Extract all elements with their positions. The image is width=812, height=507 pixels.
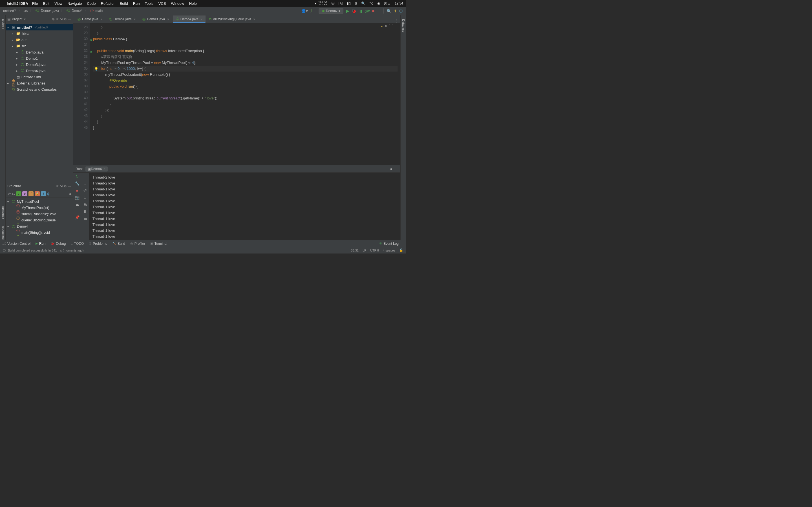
tree-item[interactable]: ▸�⿻External Libraries	[6, 80, 73, 86]
close-icon[interactable]: ×	[134, 17, 136, 21]
sort-alpha-icon[interactable]: ↓ᵃ	[7, 191, 11, 196]
wifi-icon[interactable]: ⧉	[355, 1, 357, 5]
profile-button[interactable]: ◷▾	[364, 9, 370, 13]
dump-threads-icon[interactable]: 📷	[75, 195, 80, 200]
editor-tab[interactable]: ⒸDemo1.java×	[106, 15, 139, 23]
run-config-icon[interactable]: 🔧	[75, 181, 80, 186]
select-opened-icon[interactable]: ⊕	[52, 17, 55, 21]
indent-info[interactable]: 4 spaces	[383, 249, 395, 252]
debug-button[interactable]: 🐞	[352, 9, 356, 13]
soft-wrap-icon[interactable]: ⏎	[84, 188, 87, 193]
bottom-tab-todo[interactable]: ≡TODO	[71, 242, 84, 245]
print-icon[interactable]: 🖶	[83, 203, 87, 207]
hide-icon[interactable]: —	[68, 17, 71, 21]
breadcrumb-part[interactable]: ⓜ main	[89, 9, 103, 13]
property-filter-icon[interactable]: p	[22, 191, 28, 196]
more-icon[interactable]: »	[69, 191, 71, 196]
method-filter-icon[interactable]: ⋔	[41, 191, 46, 196]
local-filter-icon[interactable]: 🔒	[35, 191, 40, 196]
editor-tab[interactable]: ⒸDemo3.java×	[139, 15, 172, 23]
expand-all-icon[interactable]: ⇵	[56, 17, 59, 21]
next-highlight-icon[interactable]: ˅	[392, 24, 394, 28]
gear-icon[interactable]: ⚙	[389, 167, 393, 171]
breadcrumb[interactable]: untitled7 〉src〉Ⓒ Demo4.java〉Ⓒ Demo4〉ⓜ ma…	[2, 8, 104, 13]
control-center-icon[interactable]: ⌥	[369, 1, 373, 5]
code-area[interactable]: } }public class Demo4 { public static vo…	[90, 23, 400, 165]
status-icon[interactable]: ▢	[3, 248, 6, 252]
structure-tree[interactable]: ▾ⒸMyThreadPoolⓜ ●MyThreadPool(int)ⓜ ●sub…	[6, 198, 73, 247]
console-output[interactable]: Thread-2 loveThread-2 loveThread-1 loveT…	[89, 173, 400, 247]
database-tool-tab[interactable]: Database	[401, 17, 406, 35]
rerun-icon[interactable]: ↻	[75, 174, 79, 179]
down-icon[interactable]: ↓	[84, 181, 86, 186]
battery-icon[interactable]: ▮▯	[347, 1, 351, 5]
inspection-summary[interactable]: ▲6 ˄ ˅	[380, 24, 394, 28]
stop-button[interactable]: ■	[372, 9, 374, 13]
clear-icon[interactable]: 🗑	[83, 210, 87, 214]
run-button[interactable]: ▶	[346, 9, 349, 13]
exit-icon[interactable]: ⏏	[75, 203, 79, 207]
menu-edit[interactable]: Edit	[43, 1, 49, 6]
collapse-all-icon[interactable]: ⇲	[60, 17, 63, 21]
menu-run[interactable]: Run	[133, 1, 140, 6]
editor-tab[interactable]: ⧉ArrayBlockingQueue.java×	[206, 15, 258, 23]
add-user-button[interactable]: 👤▾	[301, 9, 308, 13]
spotlight-icon[interactable]: 🔍	[361, 1, 365, 5]
menu-file[interactable]: File	[32, 1, 38, 6]
close-icon[interactable]: ×	[103, 167, 105, 171]
menu-code[interactable]: Code	[87, 1, 96, 6]
caret-position[interactable]: 35:31	[351, 249, 359, 252]
tree-item[interactable]: ▸📂out	[6, 37, 73, 43]
bottom-tab-build[interactable]: 🔨Build	[112, 242, 125, 245]
coverage-button[interactable]: ◨	[359, 9, 362, 13]
menu-view[interactable]: View	[54, 1, 62, 6]
breadcrumb-part[interactable]: Ⓒ Demo4	[66, 9, 83, 13]
input-source-icon[interactable]: A	[339, 2, 343, 5]
siri-icon[interactable]: ◉	[377, 1, 380, 5]
tree-item[interactable]: ⧉Scratches and Consoles	[6, 86, 73, 93]
build-button[interactable]: ⤴	[310, 9, 312, 13]
expand-icon[interactable]: ⇵	[56, 184, 59, 188]
editor-content[interactable]: ▲6 ˄ ˅ 282930▶3132▶333435💡36373839404142…	[73, 23, 400, 165]
collapse-icon[interactable]: ⇲	[60, 184, 63, 188]
close-icon[interactable]: ×	[253, 17, 255, 21]
date-label[interactable]: 周日	[384, 1, 391, 6]
structure-tool-tab[interactable]: Structure	[1, 204, 5, 221]
scroll-end-icon[interactable]: ⤓	[84, 195, 87, 200]
autoscroll-icon[interactable]: ◎	[47, 191, 50, 196]
breadcrumb-project[interactable]: untitled7	[3, 9, 16, 13]
tree-item[interactable]: ▸ⒸDemo1	[6, 55, 73, 61]
tree-item[interactable]: ▸📁.idea	[6, 31, 73, 37]
tree-item[interactable]: ▾📁src	[6, 43, 73, 49]
bottom-tab-problems[interactable]: ⊘Problems	[89, 242, 107, 245]
gear-icon[interactable]: ⚙	[64, 17, 67, 21]
menu-refactor[interactable]: Refactor	[101, 1, 115, 6]
menu-window[interactable]: Window	[171, 1, 184, 6]
ide-profile-button[interactable]: ⬆	[394, 9, 397, 13]
menu-build[interactable]: Build	[120, 1, 128, 6]
up-icon[interactable]: ↑	[84, 174, 86, 179]
field-filter-icon[interactable]: f	[29, 191, 34, 196]
prev-highlight-icon[interactable]: ˄	[389, 24, 390, 28]
assistant-button[interactable]: ⬡	[399, 9, 403, 13]
breadcrumb-part[interactable]: Ⓒ Demo4.java	[35, 9, 59, 13]
more-run-button[interactable]: ⋯	[377, 9, 380, 13]
search-button[interactable]: 🔍	[387, 9, 391, 13]
time-label[interactable]: 12:34	[395, 1, 403, 5]
project-tool-tab[interactable]: Project	[1, 17, 5, 31]
editor-gutter[interactable]: 282930▶3132▶333435💡36373839404142434445	[73, 23, 90, 165]
bottom-tab-terminal[interactable]: ▣Terminal	[150, 242, 167, 245]
project-tree[interactable]: ▾▣untitled7 ~/untitled7▸📁.idea▸📂out▾📁src…	[6, 23, 73, 182]
bottom-tab-version-control[interactable]: ⎇Version Control	[2, 242, 31, 245]
tree-item[interactable]: ⓕ ●queue: BlockingQueue	[6, 217, 73, 223]
bottom-tab-debug[interactable]: 🐞Debug	[50, 242, 66, 245]
readonly-icon[interactable]: 🔓	[399, 248, 403, 252]
tree-item[interactable]: ▸ⒸDemo3.java	[6, 61, 73, 68]
pin-icon[interactable]: 📌	[75, 215, 80, 219]
close-icon[interactable]: ×	[167, 17, 169, 21]
tabs-more-icon[interactable]: ⋮	[392, 18, 400, 23]
gear-icon[interactable]: ⚙	[64, 184, 67, 188]
editor-tab[interactable]: ⒸDemo4.java×	[173, 15, 206, 23]
breadcrumb-part[interactable]: src	[23, 9, 28, 13]
stop-icon[interactable]: ■	[76, 188, 79, 193]
